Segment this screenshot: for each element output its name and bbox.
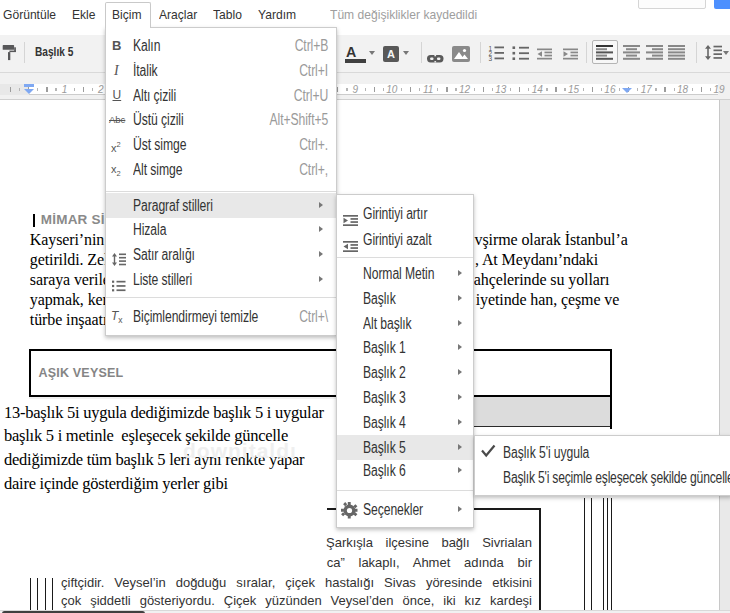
svg-text:3: 3 [489, 55, 493, 61]
